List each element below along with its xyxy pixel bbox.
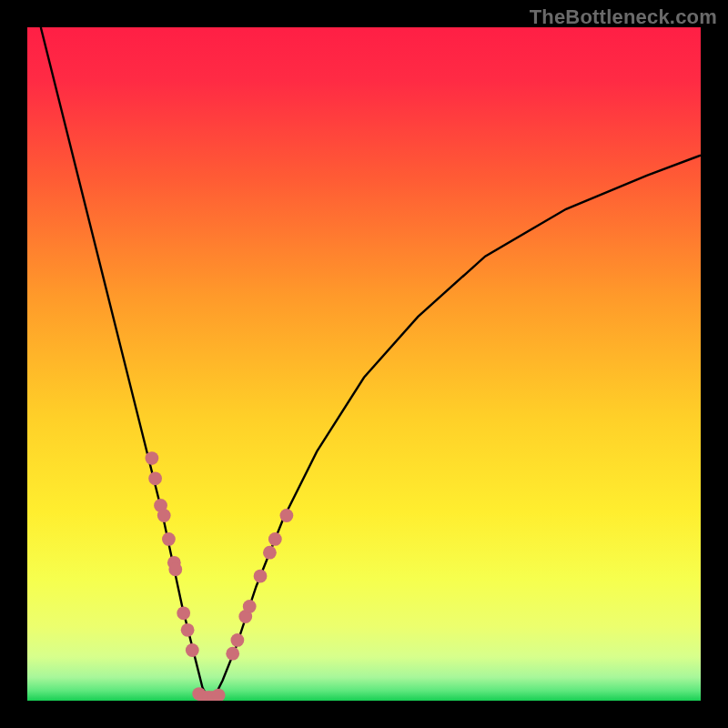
data-dot xyxy=(168,562,182,576)
plot-area xyxy=(27,27,701,701)
data-dot xyxy=(226,647,239,661)
data-dot xyxy=(162,532,176,546)
data-dot xyxy=(212,689,226,701)
watermark-text: TheBottleneck.com xyxy=(530,5,717,29)
bottleneck-curve xyxy=(27,27,701,701)
dot-layer xyxy=(146,451,294,701)
data-dot xyxy=(254,570,268,583)
data-dot xyxy=(243,600,257,613)
data-dot xyxy=(263,546,277,560)
data-dot xyxy=(181,623,195,637)
data-dot xyxy=(268,532,282,546)
chart-canvas: TheBottleneck.com xyxy=(0,0,728,728)
data-dot xyxy=(280,509,294,522)
data-dot xyxy=(148,471,162,485)
curve-path xyxy=(41,27,701,701)
data-dot xyxy=(230,633,244,647)
data-dot xyxy=(186,643,199,657)
data-dot xyxy=(157,509,171,522)
data-dot xyxy=(177,606,190,620)
data-dot xyxy=(146,451,159,465)
